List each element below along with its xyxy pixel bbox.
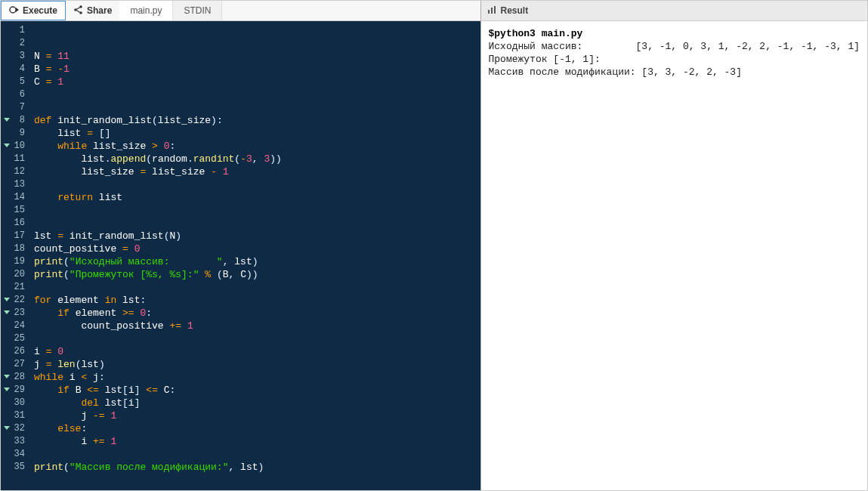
code-line[interactable] xyxy=(34,217,480,230)
code-line[interactable] xyxy=(34,178,480,191)
svg-rect-8 xyxy=(494,6,496,14)
code-line[interactable]: C = 1 xyxy=(34,76,480,88)
line-number: 13 xyxy=(5,178,25,191)
line-number: 10 xyxy=(5,140,25,153)
code-line[interactable]: list = [] xyxy=(34,127,480,140)
code-line[interactable]: list.append(random.randint(-3, 3)) xyxy=(34,153,480,165)
code-line[interactable]: for element in lst: xyxy=(34,294,480,307)
code-line[interactable] xyxy=(34,204,480,217)
line-number: 31 xyxy=(5,409,25,422)
line-number: 15 xyxy=(5,204,25,217)
tab-main-py[interactable]: main.py xyxy=(119,1,173,20)
execute-button[interactable]: Execute xyxy=(1,1,66,20)
code-line[interactable]: print("Исходный массив: ", lst) xyxy=(34,255,480,268)
svg-line-4 xyxy=(77,7,80,8)
result-pane: Result $python3 main.py Исходный массив:… xyxy=(481,1,867,490)
share-icon xyxy=(73,5,84,17)
fold-icon[interactable] xyxy=(4,388,10,394)
code-line[interactable]: while list_size > 0: xyxy=(34,140,480,153)
output-console[interactable]: $python3 main.py Исходный массив: [3, -1… xyxy=(481,21,867,490)
line-number: 12 xyxy=(5,165,25,178)
tab-label: STDIN xyxy=(184,5,211,16)
fold-icon[interactable] xyxy=(4,426,10,433)
code-line[interactable]: del lst[i] xyxy=(34,397,480,409)
line-number: 28 xyxy=(5,371,25,384)
code-line[interactable]: count_positive = 0 xyxy=(34,242,480,255)
line-number: 4 xyxy=(5,63,25,76)
code-line[interactable] xyxy=(34,281,480,294)
code-line[interactable]: if B <= lst[i] <= C: xyxy=(34,384,480,397)
fold-icon[interactable] xyxy=(4,375,10,381)
code-line[interactable]: print("Промежуток [%s, %s]:" % (B, C)) xyxy=(34,268,480,281)
svg-rect-6 xyxy=(488,10,490,14)
line-number: 5 xyxy=(5,76,25,88)
line-number: 11 xyxy=(5,153,25,165)
code-line[interactable]: B = -1 xyxy=(34,63,480,76)
line-number: 22 xyxy=(5,294,25,307)
line-number: 24 xyxy=(5,320,25,332)
code-line[interactable] xyxy=(34,332,480,345)
code-line[interactable] xyxy=(34,101,480,114)
line-number: 17 xyxy=(5,230,25,242)
tab-stdin[interactable]: STDIN xyxy=(173,1,222,20)
code-line[interactable]: i += 1 xyxy=(34,435,480,448)
line-number: 29 xyxy=(5,384,25,397)
code-line[interactable]: return list xyxy=(34,191,480,204)
fold-icon[interactable] xyxy=(4,118,10,125)
line-number: 16 xyxy=(5,217,25,230)
line-number: 35 xyxy=(5,461,25,474)
line-number: 6 xyxy=(5,88,25,101)
execute-label: Execute xyxy=(23,5,57,16)
line-number: 19 xyxy=(5,255,25,268)
line-number: 23 xyxy=(5,307,25,320)
tab-label: main.py xyxy=(130,5,162,16)
line-number: 7 xyxy=(5,101,25,114)
result-header: Result xyxy=(481,1,867,21)
editor-toolbar: Execute Share main.py STDIN xyxy=(1,1,480,21)
line-number: 14 xyxy=(5,191,25,204)
svg-point-0 xyxy=(10,7,16,13)
code-content[interactable]: N = 11B = -1C = 1def init_random_list(li… xyxy=(31,21,480,490)
line-number: 27 xyxy=(5,358,25,371)
code-line[interactable]: print("Массив после модификации:", lst) xyxy=(34,461,480,474)
output-command: $python3 main.py xyxy=(489,28,583,39)
line-number: 18 xyxy=(5,242,25,255)
code-line[interactable]: N = 11 xyxy=(34,50,480,63)
code-editor[interactable]: 1234567891011121314151617181920212223242… xyxy=(1,21,480,490)
gear-run-icon xyxy=(9,5,20,17)
share-label: Share xyxy=(87,5,112,16)
svg-rect-7 xyxy=(491,8,493,14)
line-number: 20 xyxy=(5,268,25,281)
editor-pane: Execute Share main.py STDIN 123456789101… xyxy=(1,1,481,490)
code-line[interactable] xyxy=(34,24,480,37)
svg-line-5 xyxy=(77,10,80,11)
line-number: 30 xyxy=(5,397,25,409)
fold-icon[interactable] xyxy=(4,310,10,317)
code-line[interactable] xyxy=(34,448,480,461)
line-number: 34 xyxy=(5,448,25,461)
code-line[interactable] xyxy=(34,37,480,50)
line-number: 8 xyxy=(5,114,25,127)
line-number: 25 xyxy=(5,332,25,345)
code-line[interactable]: def init_random_list(list_size): xyxy=(34,114,480,127)
code-line[interactable]: while i < j: xyxy=(34,371,480,384)
line-number: 3 xyxy=(5,50,25,63)
fold-icon[interactable] xyxy=(4,298,10,304)
code-line[interactable] xyxy=(34,88,480,101)
code-line[interactable]: j -= 1 xyxy=(34,409,480,422)
line-number: 2 xyxy=(5,37,25,50)
code-line[interactable]: i = 0 xyxy=(34,345,480,358)
code-line[interactable]: count_positive += 1 xyxy=(34,320,480,332)
code-line[interactable]: j = len(lst) xyxy=(34,358,480,371)
line-number: 9 xyxy=(5,127,25,140)
fold-icon[interactable] xyxy=(4,144,10,150)
code-line[interactable]: lst = init_random_list(N) xyxy=(34,230,480,242)
code-line[interactable]: if element >= 0: xyxy=(34,307,480,320)
line-number: 1 xyxy=(5,24,25,37)
line-number: 33 xyxy=(5,435,25,448)
result-title: Result xyxy=(501,5,529,16)
line-number: 26 xyxy=(5,345,25,358)
code-line[interactable]: else: xyxy=(34,422,480,435)
code-line[interactable]: list_size = list_size - 1 xyxy=(34,165,480,178)
share-button[interactable]: Share xyxy=(66,1,119,20)
